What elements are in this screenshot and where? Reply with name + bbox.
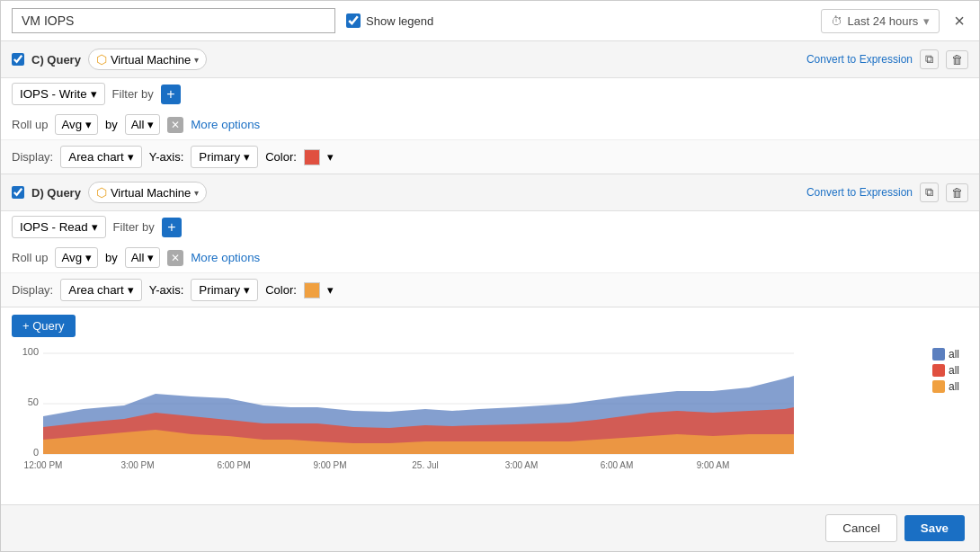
query-c-metric-arrow: ▾ bbox=[91, 87, 97, 101]
legend-color-2 bbox=[932, 380, 945, 393]
cancel-button[interactable]: Cancel bbox=[825, 514, 897, 542]
svg-text:25. Jul: 25. Jul bbox=[412, 460, 438, 470]
time-selector[interactable]: ⏱ Last 24 hours ▾ bbox=[821, 9, 940, 33]
query-d-yaxis-arrow: ▾ bbox=[244, 283, 250, 297]
svg-text:0: 0 bbox=[33, 447, 39, 458]
legend-item-1: all bbox=[932, 364, 959, 377]
query-d-chart-type-select[interactable]: Area chart ▾ bbox=[60, 279, 142, 301]
query-d-color-arrow[interactable]: ▾ bbox=[327, 283, 334, 297]
svg-text:50: 50 bbox=[28, 396, 39, 407]
query-c-add-filter-btn[interactable]: + bbox=[161, 85, 181, 104]
query-c-all-label: All bbox=[131, 118, 145, 131]
query-d-avg-arrow: ▾ bbox=[85, 251, 92, 264]
time-range-label: Last 24 hours bbox=[848, 14, 919, 28]
query-c-clear-btn[interactable]: ✕ bbox=[167, 117, 183, 133]
query-d-yaxis-select[interactable]: Primary ▾ bbox=[191, 279, 258, 301]
query-d-metric-label: IOPS - Read bbox=[20, 220, 88, 234]
chart-section: + Query 100 50 0 bbox=[1, 307, 979, 504]
query-d-rollup-label: Roll up bbox=[12, 251, 48, 264]
query-c-avg-label: Avg bbox=[61, 118, 82, 131]
query-c-convert-btn[interactable]: Convert to Expression bbox=[806, 53, 913, 66]
query-d-metric-row: IOPS - Read ▾ Filter by + bbox=[1, 211, 979, 243]
query-d-metric-arrow: ▾ bbox=[92, 220, 98, 234]
close-button[interactable]: × bbox=[950, 11, 968, 31]
query-d-display-row: Display: Area chart ▾ Y-axis: Primary ▾ … bbox=[1, 272, 979, 307]
query-d-more-options-btn[interactable]: More options bbox=[191, 251, 260, 264]
query-d-chart-type-arrow: ▾ bbox=[128, 283, 134, 297]
clock-icon: ⏱ bbox=[831, 14, 842, 28]
header: Show legend ⏱ Last 24 hours ▾ × bbox=[1, 1, 979, 41]
svg-text:3:00 PM: 3:00 PM bbox=[120, 460, 154, 470]
query-d-all-select[interactable]: All ▾ bbox=[125, 247, 161, 268]
chart-container: 100 50 0 12:00 PM 3:00 PM bbox=[12, 344, 968, 473]
query-c-header: C) Query ⬡ Virtual Machine ▾ Convert to … bbox=[1, 41, 979, 78]
svg-text:9:00 PM: 9:00 PM bbox=[313, 460, 346, 470]
query-c-rollup-row: Roll up Avg ▾ by All ▾ ✕ More options bbox=[1, 110, 979, 139]
query-d-add-filter-btn[interactable]: + bbox=[162, 218, 182, 237]
query-d-vm-label: Virtual Machine bbox=[111, 186, 191, 200]
query-c-label: C) Query bbox=[31, 53, 81, 67]
svg-text:6:00 AM: 6:00 AM bbox=[601, 460, 634, 470]
add-query-button[interactable]: + Query bbox=[12, 315, 76, 337]
query-c-all-select[interactable]: All ▾ bbox=[125, 114, 161, 135]
query-c-metric-label: IOPS - Write bbox=[20, 87, 87, 101]
query-d-color-swatch[interactable] bbox=[304, 282, 320, 298]
query-d-metric-select[interactable]: IOPS - Read ▾ bbox=[12, 216, 106, 238]
query-c-chart-type-select[interactable]: Area chart ▾ bbox=[60, 146, 142, 168]
query-d-convert-btn[interactable]: Convert to Expression bbox=[806, 186, 913, 199]
query-c-metric-row: IOPS - Write ▾ Filter by + bbox=[1, 78, 979, 110]
footer: Cancel Save bbox=[1, 504, 979, 551]
chevron-down-icon: ▾ bbox=[923, 14, 930, 28]
query-c-yaxis-label: Y-axis: bbox=[149, 150, 184, 164]
query-c-section: C) Query ⬡ Virtual Machine ▾ Convert to … bbox=[1, 41, 979, 174]
query-d-rollup-row: Roll up Avg ▾ by All ▾ ✕ More options bbox=[1, 243, 979, 272]
query-d-display-label: Display: bbox=[12, 283, 53, 297]
show-legend-container: Show legend bbox=[346, 13, 433, 28]
query-d-vm-badge[interactable]: ⬡ Virtual Machine ▾ bbox=[88, 182, 207, 203]
vm-badge-c-arrow: ▾ bbox=[194, 55, 199, 65]
query-d-section: D) Query ⬡ Virtual Machine ▾ Convert to … bbox=[1, 174, 979, 307]
query-c-display-row: Display: Area chart ▾ Y-axis: Primary ▾ … bbox=[1, 139, 979, 174]
show-legend-checkbox[interactable] bbox=[346, 13, 361, 28]
legend-item-0: all bbox=[932, 348, 959, 361]
query-c-yaxis-select[interactable]: Primary ▾ bbox=[191, 146, 258, 168]
query-c-vm-label: Virtual Machine bbox=[111, 53, 191, 67]
query-d-copy-btn[interactable]: ⧉ bbox=[920, 183, 939, 202]
query-c-avg-select[interactable]: Avg ▾ bbox=[55, 114, 97, 135]
query-d-checkbox[interactable] bbox=[12, 186, 24, 199]
query-d-clear-btn[interactable]: ✕ bbox=[167, 250, 183, 266]
query-c-rollup-label: Roll up bbox=[12, 118, 48, 131]
svg-text:100: 100 bbox=[22, 346, 39, 357]
query-c-checkbox[interactable] bbox=[12, 53, 24, 66]
query-d-color-label: Color: bbox=[265, 283, 297, 297]
query-c-more-options-btn[interactable]: More options bbox=[191, 118, 260, 131]
legend-label-1: all bbox=[949, 364, 959, 377]
query-c-copy-btn[interactable]: ⧉ bbox=[920, 49, 939, 69]
query-c-color-swatch[interactable] bbox=[304, 149, 320, 165]
query-d-avg-label: Avg bbox=[61, 251, 82, 264]
query-d-yaxis-value: Primary bbox=[199, 283, 240, 297]
title-input[interactable] bbox=[12, 8, 335, 33]
legend-item-2: all bbox=[932, 380, 959, 393]
query-c-chart-type-arrow: ▾ bbox=[128, 150, 134, 164]
query-d-header: D) Query ⬡ Virtual Machine ▾ Convert to … bbox=[1, 174, 979, 211]
query-c-vm-badge[interactable]: ⬡ Virtual Machine ▾ bbox=[88, 49, 207, 70]
query-c-delete-btn[interactable]: 🗑 bbox=[946, 50, 968, 69]
query-d-delete-btn[interactable]: 🗑 bbox=[946, 183, 968, 202]
save-button[interactable]: Save bbox=[904, 515, 965, 541]
query-c-display-label: Display: bbox=[12, 150, 53, 164]
legend-color-1 bbox=[932, 364, 945, 377]
legend-color-0 bbox=[932, 348, 945, 361]
query-c-yaxis-value: Primary bbox=[199, 150, 240, 164]
chart-legend: all all all bbox=[932, 348, 959, 393]
body: C) Query ⬡ Virtual Machine ▾ Convert to … bbox=[1, 41, 979, 504]
query-c-yaxis-arrow: ▾ bbox=[244, 150, 250, 164]
query-c-metric-select[interactable]: IOPS - Write ▾ bbox=[12, 83, 105, 105]
legend-label-2: all bbox=[949, 380, 959, 393]
query-c-color-arrow[interactable]: ▾ bbox=[327, 150, 334, 164]
vm-badge-d-arrow: ▾ bbox=[194, 188, 199, 198]
query-d-avg-select[interactable]: Avg ▾ bbox=[55, 247, 97, 268]
show-legend-label: Show legend bbox=[366, 14, 433, 28]
svg-text:12:00 PM: 12:00 PM bbox=[24, 460, 63, 470]
modal-container: Show legend ⏱ Last 24 hours ▾ × C) Query… bbox=[0, 0, 980, 552]
